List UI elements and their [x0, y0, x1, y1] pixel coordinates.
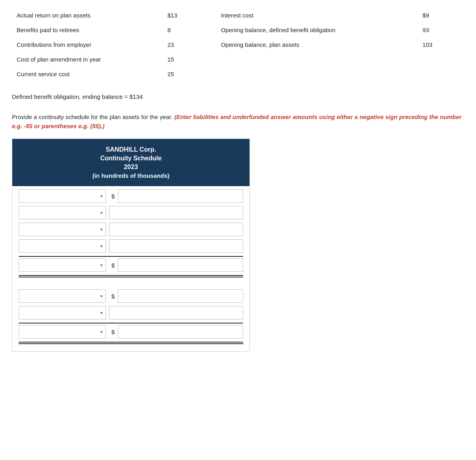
schedule-body: ▾$▾▾▾▾$▾$▾▾$	[12, 186, 250, 351]
left-value-3: 15	[163, 52, 209, 67]
row-dropdown-7[interactable]	[19, 325, 106, 339]
dollar-sign-0: $	[109, 193, 115, 200]
schedule-header: SANDHILL Corp. Continuity Schedule 2023 …	[12, 139, 250, 186]
left-value-4: 25	[163, 67, 209, 81]
company-name: SANDHILL Corp.	[17, 146, 245, 153]
left-value-2: 23	[163, 37, 209, 52]
schedule-row-2: ▾	[19, 223, 243, 236]
dollar-sign-4: $	[109, 262, 115, 269]
ending-balance-statement: Defined benefit obligation, ending balan…	[12, 93, 464, 100]
value-input-4[interactable]	[118, 258, 243, 272]
schedule-year: 2023	[17, 164, 245, 171]
right-value-4	[418, 67, 464, 81]
dollar-sign-5: $	[109, 293, 115, 300]
right-value-0: $9	[418, 8, 464, 23]
dropdown-wrap-2: ▾	[19, 223, 106, 236]
left-label-2: Contributions from employer	[12, 37, 163, 52]
schedule-units: (in hundreds of thousands)	[17, 172, 245, 179]
value-input-0[interactable]	[118, 189, 243, 203]
separator-7	[19, 323, 243, 323]
dropdown-wrap-6: ▾	[19, 306, 106, 319]
left-label-0: Actual return on plan assets	[12, 8, 163, 23]
row-dropdown-4[interactable]	[19, 258, 106, 272]
instruction-text: Provide a continuity schedule for the pl…	[12, 113, 464, 131]
dropdown-wrap-3: ▾	[19, 239, 106, 253]
right-label-4	[209, 67, 418, 81]
dollar-sign-7: $	[109, 329, 115, 335]
schedule-title: Continuity Schedule	[17, 155, 245, 162]
row-dropdown-5[interactable]	[19, 289, 106, 303]
value-input-7[interactable]	[118, 325, 243, 339]
left-value-0: $13	[163, 8, 209, 23]
double-line-7	[19, 342, 243, 344]
double-line-4	[19, 275, 243, 277]
spacer-5	[19, 281, 243, 289]
left-label-1: Benefits paid to retirees	[12, 23, 163, 37]
reference-table: Actual return on plan assets$13Interest …	[12, 8, 464, 81]
dropdown-wrap-7: ▾	[19, 325, 106, 339]
left-value-1: 8	[163, 23, 209, 37]
row-dropdown-2[interactable]	[19, 223, 106, 236]
schedule-container: SANDHILL Corp. Continuity Schedule 2023 …	[12, 139, 250, 352]
row-dropdown-0[interactable]	[19, 189, 106, 203]
schedule-row-4: ▾$	[19, 258, 243, 272]
schedule-row-3: ▾	[19, 239, 243, 253]
right-label-2: Opening balance, plan assets	[209, 37, 418, 52]
value-input-1[interactable]	[109, 206, 243, 219]
dropdown-wrap-4: ▾	[19, 258, 106, 272]
row-dropdown-1[interactable]	[19, 206, 106, 219]
value-input-6[interactable]	[109, 306, 243, 319]
value-input-2[interactable]	[109, 223, 243, 236]
schedule-row-1: ▾	[19, 206, 243, 219]
left-label-4: Current service cost	[12, 67, 163, 81]
right-label-3	[209, 52, 418, 67]
right-value-3	[418, 52, 464, 67]
right-value-2: 103	[418, 37, 464, 52]
right-label-0: Interest cost	[209, 8, 418, 23]
right-label-1: Opening balance, defined benefit obligat…	[209, 23, 418, 37]
value-input-3[interactable]	[109, 239, 243, 253]
right-value-1: 93	[418, 23, 464, 37]
schedule-row-5: ▾$	[19, 289, 243, 303]
value-input-5[interactable]	[118, 289, 243, 303]
dropdown-wrap-0: ▾	[19, 189, 106, 203]
dropdown-wrap-5: ▾	[19, 289, 106, 303]
dropdown-wrap-1: ▾	[19, 206, 106, 219]
instruction-main: Provide a continuity schedule for the pl…	[12, 114, 173, 120]
separator-4	[19, 256, 243, 257]
row-dropdown-6[interactable]	[19, 306, 106, 319]
schedule-row-0: ▾$	[19, 189, 243, 203]
schedule-row-7: ▾$	[19, 325, 243, 339]
row-dropdown-3[interactable]	[19, 239, 106, 253]
schedule-row-6: ▾	[19, 306, 243, 319]
left-label-3: Cost of plan amendment in year	[12, 52, 163, 67]
